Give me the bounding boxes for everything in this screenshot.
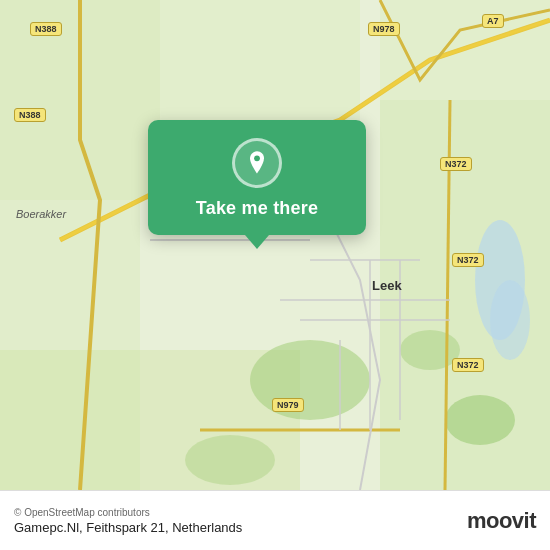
road-label-n978: N978 [368, 22, 400, 36]
svg-point-12 [490, 280, 530, 360]
svg-point-8 [400, 330, 460, 370]
footer-info: © OpenStreetMap contributors Gamepc.Nl, … [14, 507, 242, 535]
road-label-a7a: A7 [482, 14, 504, 28]
location-pin-icon [243, 149, 271, 177]
svg-point-7 [250, 340, 370, 420]
moovit-logo: moovit [467, 508, 536, 534]
road-label-n372a: N372 [440, 157, 472, 171]
map-container: N388 N388 A7 A7 N978 N372 N372 N372 N979… [0, 0, 550, 490]
svg-rect-3 [160, 0, 360, 120]
copyright-text: © OpenStreetMap contributors [14, 507, 242, 518]
road-label-n388a: N388 [30, 22, 62, 36]
moovit-wordmark: moovit [467, 508, 536, 534]
road-label-n388b: N388 [14, 108, 46, 122]
take-me-there-button[interactable]: Take me there [196, 198, 318, 219]
popup-card: Take me there [148, 120, 366, 235]
svg-point-9 [445, 395, 515, 445]
address-text: Gamepc.Nl, Feithspark 21, Netherlands [14, 520, 242, 535]
svg-point-14 [254, 155, 260, 161]
road-label-n372c: N372 [452, 358, 484, 372]
svg-point-10 [185, 435, 275, 485]
road-label-n979: N979 [272, 398, 304, 412]
road-label-n372b: N372 [452, 253, 484, 267]
footer-bar: © OpenStreetMap contributors Gamepc.Nl, … [0, 490, 550, 550]
location-icon-container [232, 138, 282, 188]
city-label-leek: Leek [372, 278, 402, 293]
place-label-boerakker: Boerakker [16, 208, 66, 220]
